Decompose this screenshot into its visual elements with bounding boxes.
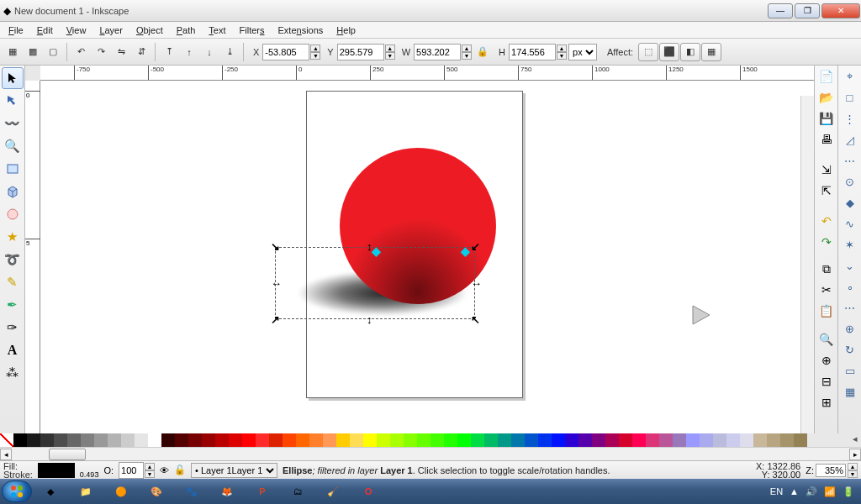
copy-button[interactable]: ⧉ <box>817 260 836 278</box>
color-swatch[interactable] <box>175 433 188 447</box>
color-swatch[interactable] <box>377 433 390 447</box>
maximize-button[interactable]: ❐ <box>795 3 820 18</box>
open-button[interactable]: 📂 <box>817 88 836 107</box>
menu-view[interactable]: View <box>61 24 92 37</box>
menu-text[interactable]: Text <box>203 24 230 37</box>
menu-object[interactable]: Object <box>131 24 168 37</box>
affect-stroke-button[interactable]: ⬚ <box>638 43 658 61</box>
taskbar-app-icon[interactable]: 🧹 <box>316 480 350 502</box>
minimize-button[interactable]: — <box>768 3 793 18</box>
color-swatch[interactable] <box>444 433 457 447</box>
color-swatch[interactable] <box>511 433 525 447</box>
color-swatch[interactable] <box>538 433 552 447</box>
color-swatch[interactable] <box>229 433 242 447</box>
affect-gradient-button[interactable]: ◧ <box>680 43 700 61</box>
color-swatch[interactable] <box>700 433 713 447</box>
down-arrow-icon[interactable]: ▼ <box>385 52 395 60</box>
up-arrow-icon[interactable]: ▲ <box>385 45 395 52</box>
layer-select[interactable]: • Layer 1Layer 1 <box>191 463 277 478</box>
color-swatch[interactable] <box>296 433 309 447</box>
export-button[interactable]: ⇱ <box>817 181 836 200</box>
down-arrow-icon[interactable]: ▼ <box>462 52 472 60</box>
taskbar-powerpoint-icon[interactable]: P <box>246 480 279 502</box>
color-swatch[interactable] <box>552 433 565 447</box>
color-swatch[interactable] <box>404 433 417 447</box>
spray-tool[interactable]: ⁂ <box>2 362 24 384</box>
lower-bottom-button[interactable]: ⤓ <box>220 43 239 61</box>
snap-center-button[interactable]: ⊙ <box>841 172 859 191</box>
no-color-swatch[interactable] <box>0 433 13 447</box>
start-button[interactable] <box>2 480 32 502</box>
color-swatch[interactable] <box>283 433 296 447</box>
snap-corner-button[interactable]: ◿ <box>841 130 859 149</box>
taskbar-explorer-icon[interactable]: 📁 <box>69 480 103 502</box>
h-spinner[interactable]: ▲▼ <box>509 44 567 60</box>
w-input[interactable] <box>414 44 461 60</box>
horizontal-ruler[interactable]: -750 -500 -250 0 250 500 750 1000 1250 1… <box>40 66 814 81</box>
star-tool[interactable]: ★ <box>2 226 24 248</box>
h-input[interactable] <box>509 44 556 60</box>
menu-layer[interactable]: Layer <box>94 24 128 37</box>
tray-flag-icon[interactable]: ▲ <box>790 486 799 496</box>
color-swatch[interactable] <box>13 433 27 447</box>
menu-path[interactable]: Path <box>172 24 201 37</box>
color-swatch[interactable] <box>54 433 67 447</box>
color-swatch[interactable] <box>632 433 646 447</box>
color-swatch[interactable] <box>484 433 498 447</box>
undo-button[interactable]: ↶ <box>817 212 836 230</box>
rotate-ccw-button[interactable]: ↶ <box>71 43 90 61</box>
tray-battery-icon[interactable]: 🔋 <box>843 486 854 497</box>
node-handle[interactable]: ◆ <box>372 247 380 255</box>
color-swatch[interactable] <box>592 433 605 447</box>
visibility-icon[interactable]: 👁 <box>160 465 169 475</box>
tweak-tool[interactable]: 〰️ <box>2 113 24 134</box>
resize-handle-sw[interactable]: ↗ <box>271 316 279 324</box>
down-arrow-icon[interactable]: ▼ <box>310 52 320 60</box>
zoom-tool[interactable]: 🔍 <box>2 135 24 157</box>
color-swatch[interactable] <box>27 433 40 447</box>
color-swatch[interactable] <box>242 433 256 447</box>
flip-v-button[interactable]: ⇵ <box>132 43 151 61</box>
new-doc-button[interactable]: 📄 <box>817 67 836 86</box>
lower-button[interactable]: ↓ <box>200 43 219 61</box>
palette-menu-button[interactable]: ◂ <box>849 433 861 447</box>
scroll-left-button[interactable]: ◂ <box>0 449 12 460</box>
resize-handle-w[interactable]: ↔ <box>271 280 279 288</box>
select-all-button[interactable]: ▦ <box>3 43 22 61</box>
snap-line-mid-button[interactable]: ⋯ <box>841 298 859 317</box>
color-swatch[interactable] <box>430 433 444 447</box>
color-swatch[interactable] <box>605 433 619 447</box>
flip-h-button[interactable]: ⇋ <box>112 43 130 61</box>
color-swatch[interactable] <box>713 433 726 447</box>
color-swatch[interactable] <box>350 433 363 447</box>
color-swatch[interactable] <box>256 433 269 447</box>
color-swatch[interactable] <box>323 433 336 447</box>
snap-rotation-button[interactable]: ↻ <box>841 340 859 359</box>
taskbar-folder-icon[interactable]: 🗂 <box>281 480 314 502</box>
opacity-input[interactable] <box>119 462 144 479</box>
taskbar-inkscape-icon[interactable]: ◆ <box>34 480 67 502</box>
color-swatch[interactable] <box>619 433 632 447</box>
color-swatch[interactable] <box>202 433 215 447</box>
import-button[interactable]: ⇲ <box>817 160 836 179</box>
color-swatch[interactable] <box>646 433 659 447</box>
color-swatch[interactable] <box>309 433 323 447</box>
color-swatch[interactable] <box>108 433 121 447</box>
color-swatch[interactable] <box>121 433 135 447</box>
color-swatch[interactable] <box>673 433 686 447</box>
color-swatch[interactable] <box>767 433 780 447</box>
color-swatch[interactable] <box>135 433 148 447</box>
color-swatch[interactable] <box>390 433 404 447</box>
text-tool[interactable]: A <box>2 339 24 361</box>
color-swatch[interactable] <box>161 433 175 447</box>
snap-page-button[interactable]: ▭ <box>841 361 859 380</box>
snap-node-button[interactable]: ◆ <box>841 193 859 212</box>
lock-icon[interactable]: 🔒 <box>477 46 489 57</box>
color-swatch[interactable] <box>794 433 807 447</box>
taskbar-paint-icon[interactable]: 🎨 <box>140 480 173 502</box>
menu-help[interactable]: Help <box>331 24 361 37</box>
snap-smooth-button[interactable]: ∘ <box>841 277 859 296</box>
snap-grid-button[interactable]: ▦ <box>841 382 859 401</box>
print-button[interactable]: 🖶 <box>817 130 836 149</box>
bezier-tool[interactable]: ✒ <box>2 294 24 316</box>
